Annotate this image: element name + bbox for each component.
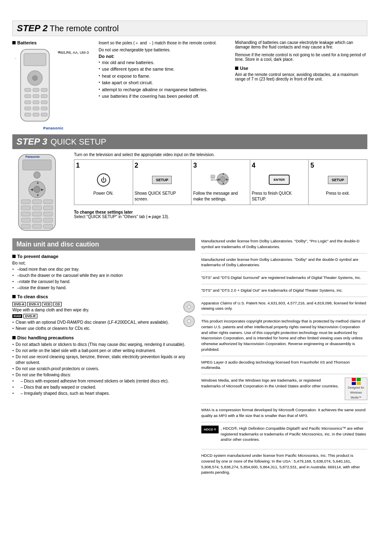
step-desc-2: Shows QUICK SETUP screen. [135,191,190,202]
step2-middle: Insert so the poles (＋ and －) match thos… [99,40,231,130]
use-bullet [235,67,238,70]
use-label: Use [235,66,367,71]
panasonic-logo: Panasonic [43,126,64,130]
disc-icon-2 [183,315,195,327]
step3-left-panel: ▲ ▼ ◀ ▶ [12,152,70,233]
disc-item-7: – Discs that are badly warped or cracked… [12,385,195,390]
svg-rect-40 [44,218,53,222]
svg-text:←: ← [212,176,214,178]
step2-header: STEP 2 The remote control [12,21,367,36]
hdcd-block-2: HDCD system manufactured under license f… [201,453,367,479]
step-num-5: 5 [310,162,314,169]
step3-remote-svg: ▲ ▼ ◀ ▶ [12,152,62,233]
svg-rect-29 [21,200,30,204]
windows-media-text: Windows Media, and the Windows logo are … [201,378,341,389]
svg-rect-21 [23,160,51,170]
battery-arrow: ← [57,49,61,54]
hdcd-content: HDCD ® , HDCD®, High Definition Compatib… [201,426,367,442]
step3-instruction: Turn on the television and select the ap… [74,152,367,157]
prevent-item-1: –load more than one disc per tray. [12,267,195,272]
windows-media-logo-text2: Windows [350,391,362,395]
dolby-block-2: Manufactured under license from Dolby La… [201,257,367,272]
svg-rect-5 [33,88,39,92]
remote-svg: ← [12,47,58,123]
cd-badge: CD [53,302,62,306]
step3-header: STEP 3 QUICK SETUP [12,134,367,149]
dvd-r-badge: DVD-R [23,314,37,318]
hdcd-registered: ® [214,428,216,432]
svg-text:▼: ▼ [222,182,225,185]
main-split: Main unit and disc caution To prevent da… [12,238,367,482]
step-icon-1: ⏻ [97,170,111,189]
battery-type-label: R6/LR6, AA, UM-3 [58,51,89,55]
disc-item-4: Do not use scratch-proof protectors or c… [12,366,195,372]
svg-rect-7 [25,94,31,98]
prevent-damage-list: Do not; –load more than one disc per tra… [12,260,195,291]
step3-title: STEP 3 [16,136,47,147]
wma-text: WMA is a compression format developed by… [201,407,367,419]
svg-point-24 [34,186,40,193]
svg-rect-4 [25,88,31,92]
prevent-item-3: –rotate the carousel by hand. [12,279,195,285]
svg-rect-6 [41,88,47,92]
vcd-badge: VCD [42,302,52,306]
do-not-item-6: use batteries if the covering has been p… [99,93,231,99]
do-not-list: mix old and new batteries. use different… [99,60,231,99]
setup-btn-2: SETUP [152,176,172,184]
svg-text:▲: ▲ [36,181,39,184]
disc-item-8: – Irregularly shaped discs, such as hear… [12,391,195,396]
prevent-item-0: Do not; [12,260,195,266]
change-settings-title: To change these settings later [74,210,133,214]
step-num-3: 3 [193,162,197,169]
main-left: Main unit and disc caution To prevent da… [12,238,195,482]
power-button-icon: ⏻ [97,173,111,187]
step2-subtitle: The remote control [50,24,119,33]
svg-text:▶: ▶ [41,188,44,191]
disc-item-1: Do not attach labels or stickers to disc… [12,342,195,348]
dts-block-2: "DTS" and "DTS 2.0 + Digital Out" are tr… [201,288,367,297]
panasonic-area: Panasonic [12,126,95,130]
step-cell-4: 4 ENTER Press to finish QUICK SETUP. [250,160,309,205]
step-desc-3: Follow the message and make the settings… [193,191,248,202]
svg-rect-10 [25,101,31,104]
patent-block: Apparatus Claims of U.S. Patent Nos. 4,6… [201,300,367,315]
disc-badges-row2: RAM DVD-R [12,314,180,318]
do-not-item-5: attempt to recharge alkaline or manganes… [99,87,231,93]
main-unit-header: Main unit and disc caution [12,238,195,251]
batteries-left: Batteries [12,40,95,130]
mpeg-block: MPEG Layer-3 audio decoding technology l… [201,359,367,375]
main-right: Manufactured under license from Dolby La… [201,238,367,482]
clean-item-1: Clean with an optional DVD-RAM/PD disc c… [12,320,180,325]
step-num-4: 4 [252,162,256,169]
svg-rect-16 [25,113,31,116]
svg-point-50 [220,177,225,182]
step2-right: Mishandling of batteries can cause elect… [235,40,367,130]
hdcd-text: , HDCD®, High Definition Compatible Digi… [221,426,367,442]
flag-q1 [352,378,356,381]
macrovision-block: This product incorporates copyright prot… [201,318,367,356]
prevent-item-2: –touch the drawer or the carousel while … [12,273,195,279]
svg-rect-33 [32,206,42,210]
step-desc-5: Press to exit. [326,191,350,196]
step-cell-3: 3 ← ▲ ▼ ◀ ▶ [191,160,250,205]
windows-media-logo-text3: Media™ [350,396,361,400]
wma-block: WMA is a compression format developed by… [201,407,367,422]
disc-badges-row1: DVD-A DVD-V VCD CD [12,302,180,306]
svg-rect-11 [33,101,39,104]
flag-q2 [357,378,361,381]
step3-section: STEP 3 QUICK SETUP ▲ ▼ ◀ ▶ [12,134,367,233]
svg-rect-35 [21,212,30,216]
svg-rect-14 [33,107,39,110]
disc-icons-area [183,301,195,327]
windows-media-logo-text1: Designed for [348,386,364,390]
svg-rect-42 [32,224,42,228]
macrovision-text: This product incorporates copyright prot… [201,318,367,352]
clean-items-list: Clean with an optional DVD-RAM/PD disc c… [12,320,180,332]
patent-text: Apparatus Claims of U.S. Patent Nos. 4,6… [201,300,367,312]
step-num-1: 1 [76,162,80,169]
dts-block-1: "DTS" and "DTS Digital Surround" are reg… [201,275,367,284]
svg-point-3 [32,76,37,81]
step3-subtitle: QUICK SETUP [51,137,106,146]
do-not-item-2: use different types at the same time. [99,66,231,72]
step-icon-3: ← ▲ ▼ ◀ ▶ RETURN [210,170,231,189]
